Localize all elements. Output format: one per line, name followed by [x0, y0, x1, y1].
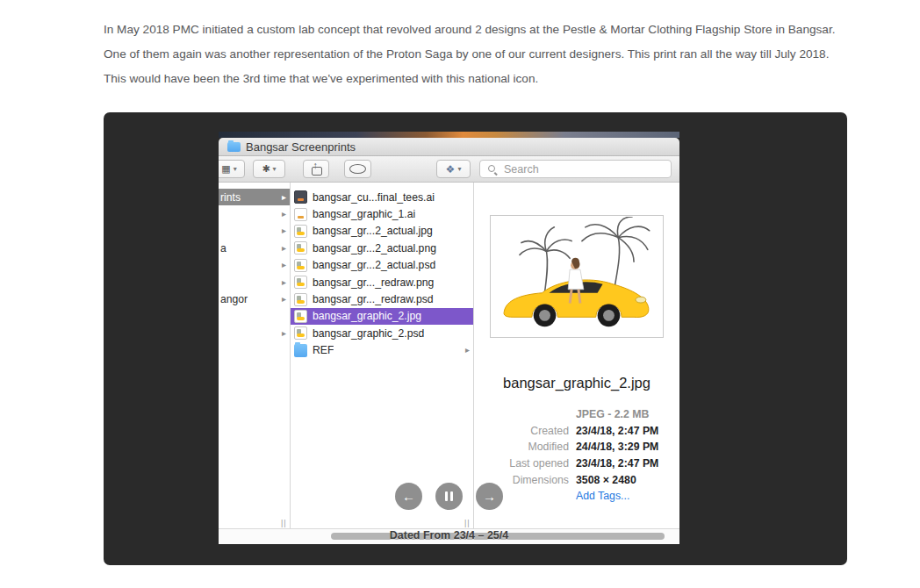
edit-tags-button[interactable]	[344, 160, 371, 178]
dropbox-icon: ❖	[446, 164, 456, 175]
parent-column: rints▸▸▸a▸▸▸angor▸▸	[219, 183, 291, 528]
disclosure-arrow-icon: ▸	[282, 278, 286, 287]
parent-row-label: rints	[220, 191, 241, 204]
info-label: Last opened	[481, 457, 569, 470]
search-icon	[487, 164, 498, 175]
file-row[interactable]: bangsar_gr...2_actual.jpg	[291, 223, 473, 240]
parent-row[interactable]: ▸	[219, 325, 290, 341]
parent-row[interactable]: angor▸	[219, 290, 290, 307]
file-row[interactable]: bangsar_graphic_2.jpg	[291, 308, 473, 325]
parent-row[interactable]	[219, 308, 290, 325]
img-file-icon	[294, 259, 307, 272]
folder-file-icon	[294, 344, 307, 357]
slide-caption: Dated From 23/4 – 25/4	[219, 529, 679, 541]
preview-filename: bangsar_graphic_2.jpg	[474, 375, 679, 391]
pause-icon	[445, 491, 453, 501]
disclosure-arrow-icon: ▸	[282, 261, 286, 269]
parent-row[interactable]	[219, 342, 290, 359]
img-file-icon	[294, 326, 307, 340]
search-field[interactable]	[479, 160, 672, 178]
disclosure-arrow-icon: ▸	[282, 329, 286, 338]
file-name: bangsar_gr...2_actual.png	[313, 242, 436, 255]
view-mode-button[interactable]: ▦ ▾	[219, 160, 245, 178]
file-row[interactable]: bangsar_gr..._redraw.psd	[291, 290, 473, 307]
pause-slideshow-button[interactable]	[435, 483, 463, 510]
parent-row[interactable]: ▸	[219, 223, 290, 240]
info-value: 24/4/18, 3:29 PM	[576, 441, 679, 453]
action-menu-button[interactable]: ✱ ▾	[253, 160, 285, 178]
desktop-wallpaper-strip	[219, 132, 679, 138]
intro-line: One of them again was another representa…	[104, 42, 832, 67]
file-row[interactable]: bangsar_gr...2_actual.psd	[291, 257, 473, 274]
finder-toolbar: ▦ ▾ ✱ ▾ ↑ ❖ ▾	[219, 156, 679, 183]
img-file-icon	[294, 241, 307, 255]
disclosure-arrow-icon: ▸	[465, 346, 470, 355]
info-label: Created	[481, 425, 569, 437]
column-resize-handle[interactable]: ||	[281, 519, 287, 527]
chevron-down-icon: ▾	[273, 166, 277, 173]
disclosure-arrow-icon: ▸	[282, 210, 286, 219]
file-name: REF	[313, 344, 334, 356]
info-value: 23/4/18, 2:47 PM	[576, 457, 679, 470]
image-preview	[490, 215, 664, 338]
file-row[interactable]: bangsar_cu...final_tees.ai	[291, 189, 473, 205]
disclosure-arrow-icon: ▸	[282, 193, 286, 202]
parent-row[interactable]: ▸	[219, 274, 290, 290]
file-name: bangsar_gr...2_actual.jpg	[313, 225, 433, 237]
file-row[interactable]: REF▸	[291, 342, 473, 359]
disclosure-arrow-icon: ▸	[282, 244, 286, 253]
info-label: Modified	[481, 441, 569, 453]
file-kind-size: JPEG - 2.2 MB	[576, 408, 679, 420]
info-value: 23/4/18, 2:47 PM	[576, 425, 679, 437]
file-row[interactable]: bangsar_gr..._redraw.png	[291, 274, 473, 290]
parent-row[interactable]: rints▸	[219, 189, 290, 205]
folder-icon	[227, 142, 241, 152]
share-button[interactable]: ↑	[303, 160, 329, 178]
parent-row[interactable]: ▸	[219, 205, 290, 222]
finder-titlebar: Bangsar Screenprints	[219, 138, 679, 156]
preview-column: bangsar_graphic_2.jpg JPEG - 2.2 MBCreat…	[474, 183, 679, 528]
file-name: bangsar_gr..._redraw.png	[313, 276, 434, 289]
arrow-right-icon: →	[483, 489, 496, 504]
file-name: bangsar_graphic_2.psd	[313, 327, 424, 340]
file-name: bangsar_cu...final_tees.ai	[313, 191, 435, 204]
disclosure-arrow-icon: ▸	[282, 226, 286, 235]
disclosure-arrow-icon: ▸	[282, 295, 286, 304]
file-row[interactable]: bangsar_graphic_1.ai	[291, 205, 473, 222]
finder-columns: rints▸▸▸a▸▸▸angor▸▸ bangsar_cu...final_t…	[219, 183, 679, 528]
img-file-icon	[294, 276, 307, 289]
chevron-down-icon: ▾	[234, 166, 237, 173]
column-resize-handle[interactable]: ||	[464, 519, 471, 527]
finder-screenshot-slide: Bangsar Screenprints ▦ ▾ ✱ ▾ ↑	[219, 132, 679, 544]
gear-icon: ✱	[262, 164, 270, 174]
parent-row[interactable]: ▸	[219, 257, 290, 274]
file-row[interactable]: bangsar_gr...2_actual.png	[291, 240, 473, 256]
next-slide-button[interactable]: →	[476, 483, 503, 510]
doc-dark-file-icon	[294, 190, 307, 204]
img-file-icon	[294, 225, 307, 238]
file-row[interactable]: bangsar_graphic_2.psd	[291, 325, 473, 341]
dropbox-menu-button[interactable]: ❖ ▾	[436, 160, 471, 178]
parent-row-label: angor	[220, 293, 248, 305]
prev-slide-button[interactable]: ←	[395, 483, 422, 510]
grid-view-icon: ▦	[221, 164, 230, 174]
img-file-icon	[294, 310, 307, 323]
window-title: Bangsar Screenprints	[246, 140, 356, 154]
parent-row[interactable]: a▸	[219, 240, 290, 256]
slideshow-container: Bangsar Screenprints ▦ ▾ ✱ ▾ ↑	[104, 112, 847, 565]
file-list: bangsar_cu...final_tees.aibangsar_graphi…	[291, 183, 474, 528]
file-name: bangsar_gr..._redraw.psd	[313, 293, 434, 305]
tag-icon	[349, 164, 366, 174]
file-name: bangsar_graphic_1.ai	[313, 208, 415, 220]
intro-paragraph: In May 2018 PMC initiated a custom lab c…	[0, 0, 832, 91]
file-name: bangsar_gr...2_actual.psd	[313, 259, 435, 271]
file-name: bangsar_graphic_2.jpg	[313, 310, 421, 322]
parent-row-label: a	[220, 242, 226, 255]
intro-line: This would have been the 3rd time that w…	[104, 67, 832, 91]
car-artwork	[492, 217, 662, 336]
search-input[interactable]	[502, 162, 671, 176]
chevron-down-icon: ▾	[457, 166, 461, 173]
share-icon: ↑	[311, 162, 322, 176]
arrow-left-icon: ←	[402, 489, 415, 504]
share-arrow-icon: ↑	[313, 160, 319, 170]
